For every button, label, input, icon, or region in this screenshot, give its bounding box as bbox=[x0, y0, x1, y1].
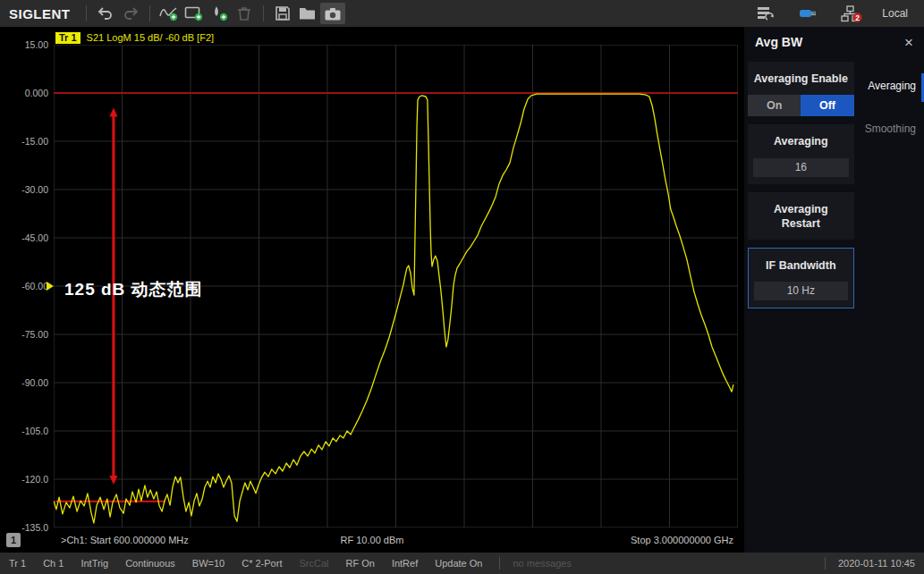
y-axis-tick-label: -30.00 bbox=[2, 183, 48, 196]
status-trace[interactable]: Tr 1 bbox=[9, 558, 26, 569]
status-bandwidth[interactable]: BW=10 bbox=[192, 558, 225, 569]
averaging-value: 16 bbox=[753, 158, 849, 177]
averaging-enable-group: Averaging Enable On Off bbox=[748, 62, 854, 116]
status-sweep-mode[interactable]: Continuous bbox=[125, 558, 175, 569]
add-window-icon[interactable] bbox=[182, 3, 207, 24]
trace-header[interactable]: Tr 1 S21 LogM 15 dB/ -60 dB [F2] bbox=[55, 31, 214, 44]
y-axis-tick-label: -60.00 bbox=[2, 280, 48, 292]
tab-averaging[interactable]: Averaging bbox=[857, 72, 924, 100]
averaging-restart-button[interactable]: Averaging Restart bbox=[748, 192, 854, 241]
reference-level-marker-icon bbox=[47, 282, 54, 291]
status-update[interactable]: Update On bbox=[435, 558, 482, 569]
status-bar: Tr 1 Ch 1 IntTrig Continuous BW=10 C* 2-… bbox=[0, 553, 924, 574]
usb-device-icon[interactable] bbox=[796, 3, 821, 24]
y-axis-tick-label: -105.0 bbox=[2, 425, 48, 437]
avg-bw-menu-panel: Avg BW × Averaging Enable On Off Averagi… bbox=[744, 27, 924, 553]
top-toolbar: SIGLENT bbox=[0, 0, 924, 27]
averaging-enable-toggle: On Off bbox=[748, 95, 854, 116]
status-rf[interactable]: RF On bbox=[345, 558, 374, 569]
add-marker-icon[interactable] bbox=[207, 3, 232, 24]
averaging-restart-label: Averaging Restart bbox=[763, 192, 838, 241]
if-bandwidth-value: 10 Hz bbox=[754, 282, 848, 300]
y-axis-tick-label: -135.0 bbox=[2, 521, 48, 534]
dynamic-range-annotation: 125 dB 动态范围 bbox=[64, 278, 203, 301]
local-mode-label[interactable]: Local bbox=[882, 7, 908, 20]
averaging-count-button[interactable]: Averaging 16 bbox=[748, 124, 854, 183]
trace-number-chip[interactable]: Tr 1 bbox=[55, 32, 81, 44]
status-message: no messages bbox=[513, 558, 571, 569]
system-info-icon[interactable] bbox=[753, 3, 778, 24]
status-trigger[interactable]: IntTrig bbox=[81, 558, 108, 569]
lan-badge-count: 2 bbox=[855, 13, 860, 21]
toolbar-divider bbox=[263, 5, 264, 21]
screenshot-camera-icon[interactable] bbox=[320, 3, 345, 24]
y-axis-tick-label: 0.000 bbox=[2, 87, 48, 99]
y-axis-tick-label: -45.00 bbox=[2, 232, 48, 244]
tab-smoothing[interactable]: Smoothing bbox=[857, 114, 924, 143]
close-icon[interactable]: × bbox=[904, 35, 913, 50]
y-axis-tick-label: -120.0 bbox=[2, 473, 48, 485]
panel-tab-column: Averaging Smoothing bbox=[857, 57, 924, 308]
averaging-label: Averaging bbox=[748, 124, 854, 157]
toolbar-divider bbox=[86, 5, 87, 21]
status-cal[interactable]: C* 2-Port bbox=[242, 558, 282, 569]
add-trace-icon[interactable] bbox=[157, 3, 182, 24]
stop-frequency-label[interactable]: Stop 3.000000000 GHz bbox=[631, 535, 733, 545]
siglent-logo: SIGLENT bbox=[9, 6, 71, 21]
save-icon[interactable] bbox=[270, 3, 295, 24]
statusbar-divider bbox=[825, 557, 826, 570]
measurement-area: Tr 1 S21 LogM 15 dB/ -60 dB [F2] 15.000.… bbox=[0, 27, 744, 553]
status-srccal[interactable]: SrcCal bbox=[299, 558, 328, 569]
status-datetime[interactable]: 2020-01-11 10:45 bbox=[838, 558, 915, 569]
averaging-enable-label: Averaging Enable bbox=[748, 62, 854, 95]
if-bandwidth-label: IF Bandwidth bbox=[749, 249, 853, 282]
trace-format-label[interactable]: S21 LogM 15 dB/ -60 dB [F2] bbox=[87, 32, 214, 43]
open-file-icon[interactable] bbox=[295, 3, 320, 24]
panel-title: Avg BW bbox=[755, 35, 802, 49]
redo-icon[interactable] bbox=[118, 3, 143, 24]
lan-network-icon[interactable]: 2 bbox=[839, 3, 864, 24]
y-axis-tick-label: -90.00 bbox=[2, 376, 48, 389]
if-bandwidth-button[interactable]: IF Bandwidth 10 Hz bbox=[748, 248, 854, 308]
delete-trash-icon[interactable] bbox=[232, 3, 257, 24]
toolbar-divider bbox=[149, 5, 150, 21]
undo-icon[interactable] bbox=[93, 3, 118, 24]
status-ref[interactable]: IntRef bbox=[392, 558, 418, 569]
y-axis-tick-label: 15.00 bbox=[2, 38, 48, 51]
y-axis-tick-label: -15.00 bbox=[2, 135, 48, 148]
y-axis-tick-label: -75.00 bbox=[2, 328, 48, 341]
toggle-on-button[interactable]: On bbox=[748, 95, 801, 116]
status-channel[interactable]: Ch 1 bbox=[43, 558, 64, 569]
statusbar-divider bbox=[499, 557, 500, 570]
stimulus-footer: 1 >Ch1: Start 600.000000 MHz RF 10.00 dB… bbox=[0, 533, 744, 549]
toggle-off-button[interactable]: Off bbox=[801, 95, 853, 116]
